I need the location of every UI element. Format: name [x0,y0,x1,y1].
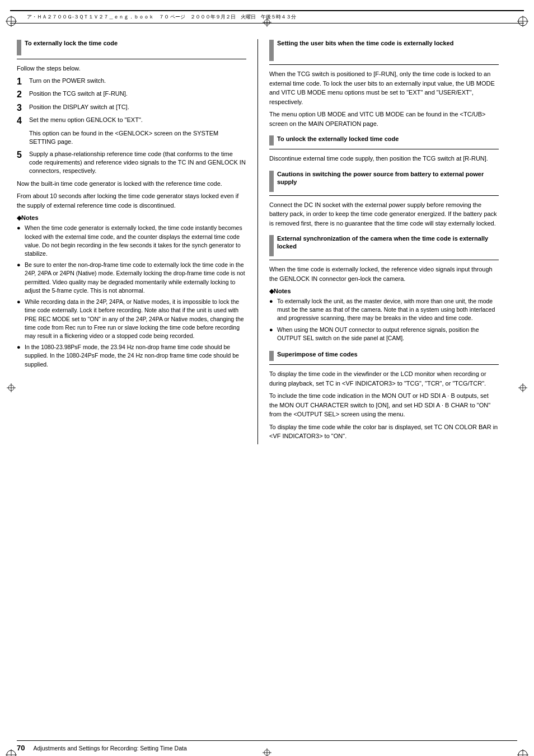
notes-heading: ◆Notes [17,214,246,222]
crosshair-right [518,383,527,393]
corner-mark-tr [517,16,528,27]
section2-bar [269,40,274,61]
section3-title: To unlock the externally locked time cod… [277,135,399,143]
section4-para: Connect the DC IN socket with the extern… [269,200,499,228]
corner-mark-bl [6,749,17,756]
note-bullet-3: ● [17,298,25,307]
section6-para3: To display the time code while the color… [269,422,499,441]
section5-divider [269,260,499,260]
note-text-4: In the 1080-23.98PsF mode, the 23.94 Hz … [25,343,246,369]
right-column: Setting the user bits when the time code… [258,39,499,444]
section1-divider [17,59,246,59]
section1-bar [17,40,21,55]
section4-bar [269,171,274,192]
section3-heading: To unlock the externally locked time cod… [269,135,499,145]
step-1: 1 Turn on the POWER switch. [17,77,246,87]
section1-heading: To externally lock the time code [17,39,246,55]
section5-title: External synchronization of the camera w… [277,234,499,251]
section2-heading: Setting the user bits when the time code… [269,39,499,61]
footer-page-number: 70 [17,744,25,752]
section1-para2: From about 10 seconds after locking the … [17,191,246,210]
notes-section: ◆Notes ● When the time code generator is… [17,214,246,369]
header-text: ア・ＨＡ２７００Ｇ-３ＱＴ１Ｖ２７＿ｅｎｇ．ｂｏｏｋ ７０ ページ ２０００年９… [27,13,297,21]
step-5-num: 5 [17,150,29,160]
section4-title: Cautions in switching the power source f… [277,170,499,186]
section1-intro: Follow the steps below. [17,64,246,73]
step-3-text: Position the DISPLAY switch at [TC]. [29,103,129,111]
step-3-num: 3 [17,103,29,113]
main-content: To externally lock the time code Follow … [0,28,534,456]
note2-text-2: When using the MON OUT connector to outp… [277,326,499,342]
corner-mark-br [517,749,528,756]
note2-bullet-2: ● [269,326,277,335]
section3-para: Discontinue external time code supply, t… [269,154,499,163]
crosshair-top [263,18,271,28]
section4-divider [269,195,499,196]
note-bullet-4: ● [17,343,25,352]
section2-para1: When the TCG switch is positioned to [F-… [269,69,499,106]
note-item-4: ● In the 1080-23.98PsF mode, the 23.94 H… [17,343,246,369]
section1-title: To externally lock the time code [25,39,118,47]
note2-bullet-1: ● [269,297,277,306]
section5-bar [269,235,274,256]
note-item-2: ● Be sure to enter the non-drop-frame ti… [17,261,246,295]
section6-heading: Superimpose of time codes [269,350,499,361]
step-2-num: 2 [17,90,29,100]
section6-para1: To display the time code in the viewfind… [269,369,499,388]
note-text-1: When the time code generator is external… [25,224,246,258]
section4-heading: Cautions in switching the power source f… [269,170,499,192]
step-5: 5 Supply a phase-relationship reference … [17,150,246,176]
step-1-text: Turn on the POWER switch. [29,77,106,85]
step-1-num: 1 [17,77,29,87]
crosshair-left [7,383,16,393]
step-5-text: Supply a phase-relationship reference ti… [29,150,246,176]
footer: 70 Adjustments and Settings for Recordin… [17,740,517,752]
step-2: 2 Position the TCG switch at [F-RUN]. [17,90,246,100]
step-3: 3 Position the DISPLAY switch at [TC]. [17,103,246,113]
section5-para: When the time code is externally locked,… [269,265,499,283]
note-item-3: ● While recording data in the 24P, 24PA,… [17,298,246,340]
step-4-sub: This option can be found in the <GENLOCK… [29,129,246,147]
note2-item-2: ● When using the MON OUT connector to ou… [269,326,499,342]
step-4: 4 Set the menu option GENLOCK to "EXT". [17,116,246,126]
step-2-text: Position the TCG switch at [F-RUN]. [29,90,128,98]
left-column: To externally lock the time code Follow … [17,39,257,444]
section1-para1: Now the built-in time code generator is … [17,179,246,189]
page: ア・ＨＡ２７００Ｇ-３ＱＴ１Ｖ２７＿ｅｎｇ．ｂｏｏｋ ７０ ページ ２０００年９… [0,10,534,756]
section3-bar [269,135,274,145]
notes2-heading: ◆Notes [269,288,499,295]
note2-text-1: To externally lock the unit, as the mast… [277,297,499,323]
note2-item-1: ● To externally lock the unit, as the ma… [269,297,499,323]
step-4-text: Set the menu option GENLOCK to "EXT". [29,116,143,124]
section2-title: Setting the user bits when the time code… [277,39,453,47]
notes2-section: ◆Notes ● To externally lock the unit, as… [269,288,499,342]
section3-divider [269,149,499,149]
note-bullet-1: ● [17,224,25,233]
step-4-num: 4 [17,116,29,126]
corner-mark-tl [6,16,17,27]
section2-para2: The menu option UB MODE and VITC UB MODE… [269,110,499,128]
note-text-2: Be sure to enter the non-drop-frame time… [25,261,246,295]
section2-divider [269,64,499,65]
section6-bar [269,351,274,361]
section6-title: Superimpose of time codes [277,350,358,358]
note-text-3: While recording data in the 24P, 24PA, o… [25,298,246,340]
section6-para2: To include the time code indication in t… [269,391,499,419]
note-bullet-2: ● [17,261,25,270]
section5-heading: External synchronization of the camera w… [269,234,499,256]
footer-text: Adjustments and Settings for Recording: … [33,745,186,752]
note-item-1: ● When the time code generator is extern… [17,224,246,258]
section6-divider [269,364,499,365]
